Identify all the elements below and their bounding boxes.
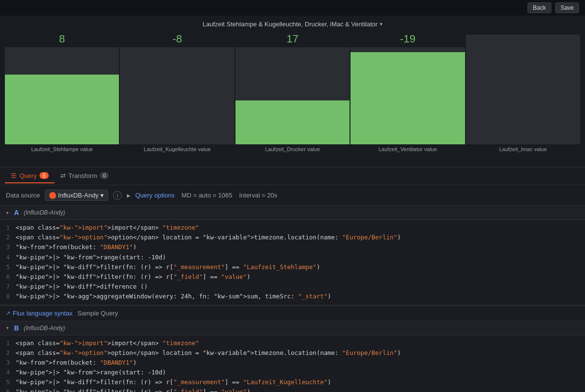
query-options-label[interactable]: Query options bbox=[135, 192, 175, 199]
line-content: <span class="kw-">import">import</span> … bbox=[16, 223, 585, 233]
tab-query-label: Query bbox=[20, 172, 37, 179]
line-number: 1 bbox=[0, 339, 16, 348]
code-line: 7 "kw-pipe">|> "kw-diff">difference () bbox=[0, 282, 585, 292]
flux-syntax-link[interactable]: ↗ Flux language syntax bbox=[6, 310, 73, 317]
stat-value-2: 17 bbox=[287, 33, 298, 45]
bar-container-2 bbox=[235, 47, 350, 144]
query-db-b: (InfluxDB-Andy) bbox=[24, 325, 65, 332]
save-button[interactable]: Save bbox=[555, 2, 579, 13]
code-line: 4 "kw-pipe">|> "kw-from">range(start: -1… bbox=[0, 368, 585, 377]
bar-container-0 bbox=[5, 47, 119, 144]
datasource-selector[interactable]: InfluxDB-Andy ▾ bbox=[45, 190, 108, 201]
influx-icon bbox=[49, 192, 56, 199]
line-content: "kw-pipe">|> "kw-diff">filter(fn: (r) =>… bbox=[16, 272, 585, 282]
query-block-b: ▾ B (InfluxDB-Andy) 1<span class="kw-">i… bbox=[0, 321, 585, 392]
line-number: 5 bbox=[0, 378, 16, 387]
code-area-b[interactable]: 1<span class="kw-">import">import</span>… bbox=[0, 335, 585, 392]
datasource-dropdown-icon: ▾ bbox=[100, 192, 104, 199]
stat-label-2: Laufzeit_Drucker value bbox=[265, 146, 320, 152]
stat-label-0: Laufzeit_Stehlampe value bbox=[31, 146, 93, 152]
bar-fill-2 bbox=[235, 100, 350, 144]
stat-item-1: -8Laufzeit_Kugelleuchte value bbox=[120, 33, 234, 152]
line-content: "kw-pipe">|> "kw-diff">filter(fn: (r) =>… bbox=[16, 387, 585, 392]
stat-item-0: 8Laufzeit_Stehlampe value bbox=[5, 33, 119, 152]
flux-link-label: Flux language syntax bbox=[13, 310, 73, 317]
tab-transform-label: Transform bbox=[69, 172, 98, 179]
info-icon[interactable]: i bbox=[113, 191, 122, 200]
stat-label-4: Laufzeit_Imac value bbox=[499, 146, 547, 152]
line-number: 6 bbox=[0, 388, 16, 392]
datasource-row: Data source InfluxDB-Andy ▾ i ▶ Query op… bbox=[0, 185, 585, 206]
line-content: <span class="kw-">option">option</span> … bbox=[16, 233, 585, 242]
code-line: 6 "kw-pipe">|> "kw-diff">filter(fn: (r) … bbox=[0, 272, 585, 282]
collapse-a-icon[interactable]: ▾ bbox=[6, 210, 9, 216]
line-content: "kw-from">from(bucket: "DBANDY1") bbox=[16, 242, 585, 252]
code-line: 6 "kw-pipe">|> "kw-diff">filter(fn: (r) … bbox=[0, 387, 585, 392]
bar-container-4 bbox=[466, 35, 580, 144]
query-interval: Interval = 20s bbox=[239, 192, 277, 199]
flux-syntax-row: ↗ Flux language syntax Sample Query bbox=[0, 305, 585, 321]
tab-transform-badge: 0 bbox=[100, 172, 109, 179]
query-letter-a: A bbox=[14, 209, 19, 216]
line-content: "kw-pipe">|> "kw-diff">difference () bbox=[16, 282, 585, 292]
bar-container-1 bbox=[120, 47, 234, 144]
line-number: 3 bbox=[0, 243, 16, 252]
visualization-panel: Laufzeit Stehlampe & Kugelleuchte, Druck… bbox=[0, 16, 585, 167]
code-line: 3"kw-from">from(bucket: "DBANDY1") bbox=[0, 358, 585, 368]
line-number: 7 bbox=[0, 282, 16, 292]
code-line: 3"kw-from">from(bucket: "DBANDY1") bbox=[0, 242, 585, 252]
collapse-b-icon[interactable]: ▾ bbox=[6, 325, 9, 331]
tabs-row: ☰ Query 5 ⇄ Transform 0 bbox=[0, 167, 585, 185]
back-button[interactable]: Back bbox=[527, 2, 551, 13]
stat-item-2: 17Laufzeit_Drucker value bbox=[235, 33, 350, 152]
bar-fill-0 bbox=[5, 75, 119, 144]
code-line: 1<span class="kw-">import">import</span>… bbox=[0, 338, 585, 348]
chart-title[interactable]: Laufzeit Stehlampe & Kugelleuchte, Druck… bbox=[0, 20, 585, 28]
top-bar: Back Save bbox=[0, 0, 585, 16]
line-content: "kw-pipe">|> "kw-from">range(start: -10d… bbox=[16, 253, 585, 262]
line-content: "kw-pipe">|> "kw-agg">aggregateWindow(ev… bbox=[16, 292, 585, 301]
line-number: 5 bbox=[0, 263, 16, 272]
tab-query[interactable]: ☰ Query 5 bbox=[5, 169, 55, 183]
tab-transform[interactable]: ⇄ Transform 0 bbox=[55, 169, 115, 183]
query-icon: ☰ bbox=[11, 172, 17, 179]
expand-query-options-icon[interactable]: ▶ bbox=[127, 192, 130, 199]
line-number: 3 bbox=[0, 358, 16, 368]
code-line: 4 "kw-pipe">|> "kw-from">range(start: -1… bbox=[0, 253, 585, 262]
tab-query-badge: 5 bbox=[39, 172, 48, 179]
query-header-b: ▾ B (InfluxDB-Andy) bbox=[0, 321, 585, 335]
title-chevron-icon: ▾ bbox=[380, 21, 383, 27]
query-block-a: ▾ A (InfluxDB-Andy) 1<span class="kw-">i… bbox=[0, 206, 585, 305]
line-number: 6 bbox=[0, 273, 16, 282]
line-content: "kw-pipe">|> "kw-from">range(start: -10d… bbox=[16, 368, 585, 377]
line-number: 4 bbox=[0, 368, 16, 377]
line-number: 1 bbox=[0, 223, 16, 233]
line-number: 4 bbox=[0, 253, 16, 262]
code-line: 2<span class="kw-">option">option</span>… bbox=[0, 348, 585, 358]
datasource-label: Data source bbox=[6, 192, 40, 199]
external-link-icon: ↗ bbox=[6, 310, 10, 316]
code-line: 1<span class="kw-">import">import</span>… bbox=[0, 223, 585, 233]
line-content: <span class="kw-">option">option</span> … bbox=[16, 348, 585, 358]
line-content: "kw-pipe">|> "kw-diff">filter(fn: (r) =>… bbox=[16, 377, 585, 387]
stat-value-0: 8 bbox=[59, 33, 65, 45]
line-number: 2 bbox=[0, 233, 16, 242]
stat-value-3: -19 bbox=[400, 33, 416, 45]
code-line: 2<span class="kw-">option">option</span>… bbox=[0, 233, 585, 242]
query-db-a: (InfluxDB-Andy) bbox=[24, 209, 65, 216]
datasource-name: InfluxDB-Andy bbox=[58, 192, 98, 199]
line-number: 8 bbox=[0, 292, 16, 301]
bar-container-3 bbox=[351, 47, 465, 144]
sample-query-button[interactable]: Sample Query bbox=[78, 310, 118, 317]
stat-label-1: Laufzeit_Kugelleuchte value bbox=[144, 146, 211, 152]
code-area-a[interactable]: 1<span class="kw-">import">import</span>… bbox=[0, 220, 585, 305]
query-md: MD = auto = 1065 bbox=[181, 192, 232, 199]
line-content: <span class="kw-">import">import</span> … bbox=[16, 338, 585, 348]
line-content: "kw-from">from(bucket: "DBANDY1") bbox=[16, 358, 585, 368]
code-line: 8 "kw-pipe">|> "kw-agg">aggregateWindow(… bbox=[0, 292, 585, 301]
bar-fill-3 bbox=[351, 52, 465, 144]
query-letter-b: B bbox=[14, 324, 19, 332]
query-header-a: ▾ A (InfluxDB-Andy) bbox=[0, 206, 585, 220]
code-line: 5 "kw-pipe">|> "kw-diff">filter(fn: (r) … bbox=[0, 262, 585, 272]
stat-item-4: Laufzeit_Imac value bbox=[466, 33, 580, 152]
